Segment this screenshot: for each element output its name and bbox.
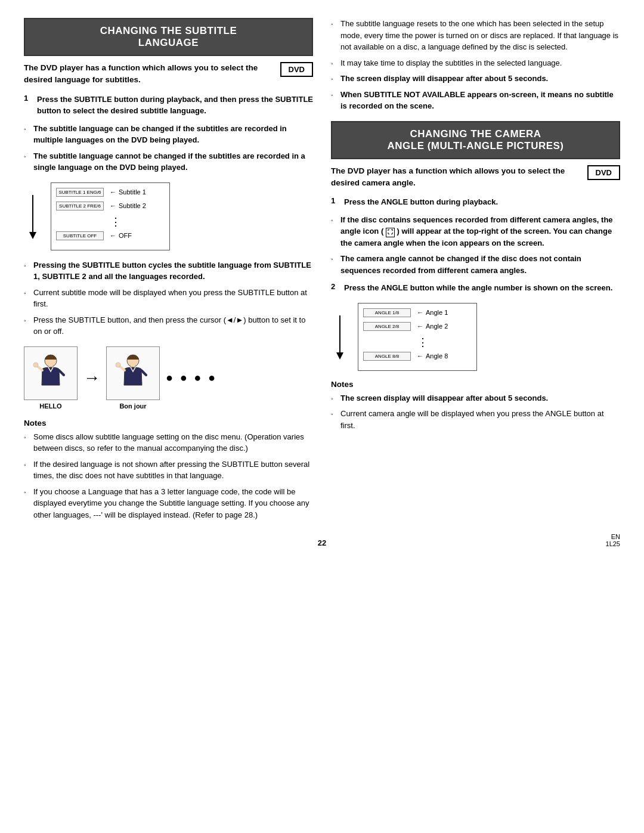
subtitle-arrow-2: Subtitle 2: [110, 202, 146, 209]
bullet-text: The screen display will disappear after …: [340, 73, 548, 85]
right-step2: 2 Press the ANGLE button while the angle…: [331, 282, 620, 294]
subtitle-diagram: SUBTITLE 1 ENG/6 Subtitle 1 SUBTITLE 2 F…: [51, 182, 170, 250]
subtitle-box-1: SUBTITLE 1 ENG/6: [56, 188, 104, 197]
dvd-badge-left: DVD: [280, 62, 313, 77]
right-notes: Notes ◦ The screen display will disappea…: [331, 380, 620, 432]
left-intro: The DVD player has a function which allo…: [24, 62, 313, 86]
note-item: ◦ If the desired language is not shown a…: [24, 459, 313, 482]
bullet-text: The camera angle cannot be changed if th…: [340, 253, 620, 276]
bullet-marker: ◦: [24, 488, 30, 521]
bullet-item: ◦ Pressing the SUBTITLE button cycles th…: [24, 259, 313, 283]
subtitle-box-2: SUBTITLE 2 FRE/6: [56, 202, 104, 210]
bullet-item: ◦ The screen display will disappear afte…: [331, 73, 620, 85]
subtitle-box-3: SUBTITLE OFF: [56, 231, 104, 240]
angle-box-1: ANGLE 1/8: [363, 308, 411, 317]
bullet-text: If the disc contains sequences recorded …: [340, 214, 620, 249]
bullet-item: ◦ If the disc contains sequences recorde…: [331, 214, 620, 249]
bullet-marker: ◦: [331, 410, 337, 431]
bullet-marker: ◦: [331, 91, 337, 112]
character1-svg: [32, 352, 70, 394]
bullet-text: The subtitle language resets to the one …: [340, 18, 620, 53]
step1-text-right: Press the ANGLE button during playback.: [344, 196, 498, 208]
bullet-text: Press the SUBTITLE button, and then pres…: [33, 314, 313, 337]
angle-box-3: ANGLE 8/8: [363, 352, 411, 361]
subtitle-label-1: Subtitle 1: [119, 188, 146, 196]
subtitle-diagram-area: SUBTITLE 1 ENG/6 Subtitle 1 SUBTITLE 2 F…: [24, 182, 313, 250]
char1-label: HELLO: [39, 402, 61, 410]
left-step1: 1 Press the SUBTITLE button during playb…: [24, 94, 313, 117]
angle-diagram: ANGLE 1/8 Angle 1 ANGLE 2/8 Angle 2 ⋮ AN…: [358, 303, 477, 371]
note-item: ◦ The screen display will disappear afte…: [331, 392, 620, 404]
right-step1: 1 Press the ANGLE button during playback…: [331, 196, 620, 208]
bullet-marker: ◦: [24, 152, 30, 174]
left-bullets2: ◦ Pressing the SUBTITLE button cycles th…: [24, 259, 313, 337]
angle-label-2: Angle 2: [426, 323, 448, 330]
subtitle-row-2: SUBTITLE 2 FRE/6 Subtitle 2: [56, 202, 165, 210]
left-notes-list: ◦ Some discs allow subtitle language set…: [24, 431, 313, 521]
bullet-item: ◦ Current subtitle mode will be displaye…: [24, 287, 313, 310]
angle-box-2: ANGLE 2/8: [363, 322, 411, 331]
right-bullets-top: ◦ The subtitle language resets to the on…: [331, 18, 620, 112]
character2-box: [106, 346, 160, 400]
svg-point-4: [33, 363, 38, 367]
subtitle-title-line2: LANGUAGE: [34, 37, 303, 49]
bullet-text: The subtitle language cannot be changed …: [33, 150, 313, 174]
down-arrow-icon: [24, 193, 42, 240]
note-text: The screen display will disappear after …: [340, 392, 548, 404]
character2-svg: [114, 352, 153, 394]
note-item: ◦ Some discs allow subtitle language set…: [24, 431, 313, 454]
char2-label: Bon jour: [119, 402, 146, 410]
character1-container: HELLO: [24, 346, 78, 410]
note-text: If the desired language is not shown aft…: [33, 459, 313, 482]
bullet-marker: ◦: [331, 59, 337, 69]
left-column: CHANGING THE SUBTITLE LANGUAGE DVD The D…: [24, 18, 313, 527]
step1-text: Press the SUBTITLE button during playbac…: [37, 94, 313, 117]
step1-number: 1: [24, 94, 32, 117]
bullet-marker: ◦: [331, 394, 337, 404]
right-notes-list: ◦ The screen display will disappear afte…: [331, 392, 620, 432]
svg-point-7: [116, 363, 120, 367]
note-text: Some discs allow subtitle language setti…: [33, 431, 313, 454]
diagram-arrow-left: [24, 193, 42, 240]
angle-arrow-3: Angle 8: [417, 352, 448, 360]
camera-title-line1: CHANGING THE CAMERA: [341, 128, 610, 140]
code-line2: 1L25: [606, 540, 620, 547]
subtitle-row-1: SUBTITLE 1 ENG/6 Subtitle 1: [56, 188, 165, 197]
bullet-item: ◦ The camera angle cannot be changed if …: [331, 253, 620, 276]
dots-horizontal: ● ● ● ●: [166, 371, 217, 385]
bullet-marker: ◦: [331, 75, 337, 85]
bullet-item: ◦ The subtitle language cannot be change…: [24, 150, 313, 174]
left-notes-title: Notes: [24, 419, 313, 428]
bullet-marker: ◦: [24, 316, 30, 337]
angle-row-2: ANGLE 2/8 Angle 2: [363, 322, 472, 331]
angle-arrow-2: Angle 2: [417, 323, 448, 330]
bullet-item: ◦ The subtitle language can be changed i…: [24, 123, 313, 146]
code-line1: EN: [606, 533, 620, 540]
right-notes-title: Notes: [331, 380, 620, 389]
bullet-marker: ◦: [331, 20, 337, 53]
page-code: EN 1L25: [606, 533, 620, 547]
subtitle-label-2: Subtitle 2: [119, 202, 146, 209]
angle-dots-vertical: ⋮: [375, 336, 472, 349]
bullet-item: ◦ The subtitle language resets to the on…: [331, 18, 620, 53]
note-item: ◦ Current camera angle will be displayed…: [331, 408, 620, 431]
angle-down-arrow-icon: [331, 313, 349, 361]
step2-text-right: Press the ANGLE button while the angle n…: [344, 282, 612, 294]
camera-title-line2: ANGLE (Multi-Angle Pictures): [341, 140, 610, 152]
right-column: ◦ The subtitle language resets to the on…: [331, 18, 620, 527]
bullet-item: ◦ When SUBTITLE NOT AVAILABLE appears on…: [331, 89, 620, 112]
bullet-marker: ◦: [24, 125, 30, 146]
page-number: 22: [24, 538, 620, 547]
bullet-text: The subtitle language can be changed if …: [33, 123, 313, 146]
angle-diagram-arrow-left: [331, 313, 349, 361]
bullet-marker: ◦: [331, 216, 337, 249]
bullet-marker: ◦: [24, 289, 30, 310]
angle-label-1: Angle 1: [426, 309, 448, 316]
note-text: If you choose a Language that has a 3 le…: [33, 486, 313, 521]
note-text: Current camera angle will be displayed w…: [340, 408, 620, 431]
angle-diagram-area: ANGLE 1/8 Angle 1 ANGLE 2/8 Angle 2 ⋮ AN…: [331, 303, 620, 371]
dvd-badge-right: DVD: [587, 165, 620, 180]
subtitle-section-header: CHANGING THE SUBTITLE LANGUAGE: [24, 18, 313, 56]
character1-box: [24, 346, 78, 400]
left-notes: Notes ◦ Some discs allow subtitle langua…: [24, 419, 313, 521]
